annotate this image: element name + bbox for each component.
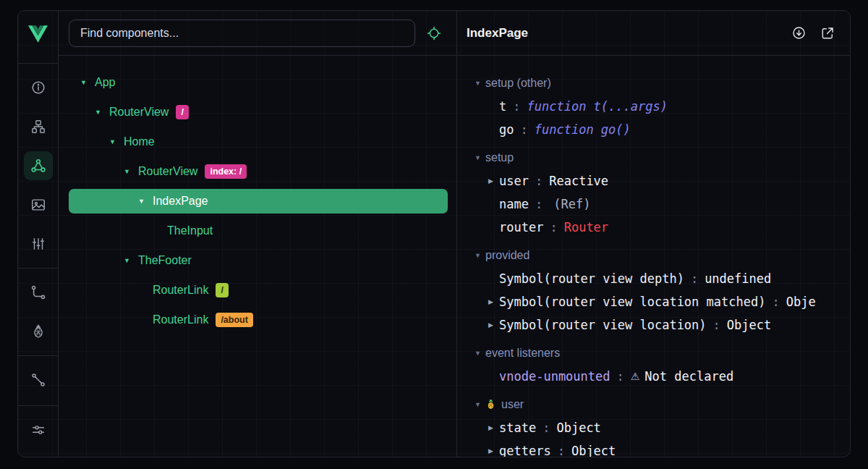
expand-toggle-icon[interactable]: ▼ <box>138 198 153 205</box>
settings-icon <box>30 422 46 438</box>
expand-toggle-icon[interactable]: ▼ <box>109 138 124 145</box>
collapse-toggle-icon[interactable]: ▼ <box>475 154 485 161</box>
vue-logo <box>28 17 48 51</box>
section-header-provided[interactable]: ▼provided <box>457 243 850 267</box>
info-icon <box>30 80 46 96</box>
open-in-editor-icon <box>820 26 835 41</box>
property-row-go[interactable]: go:function go() <box>457 118 850 141</box>
property-value: function go() <box>535 122 631 137</box>
property-key: getters <box>499 444 551 457</box>
property-key: state <box>499 421 536 435</box>
property-key: router <box>499 220 543 234</box>
property-key: user <box>499 174 529 188</box>
section-title: setup (other) <box>485 77 551 90</box>
sidebar-tab-pipeline[interactable] <box>24 366 53 394</box>
expand-toggle-icon[interactable]: ▶ <box>488 298 499 305</box>
inspector-header: IndexPage <box>457 11 850 56</box>
section-title: user <box>501 398 524 411</box>
component-name: TheInput <box>167 224 213 237</box>
sliders-icon <box>30 236 46 252</box>
tree-row-app[interactable]: ▼App <box>69 70 448 95</box>
open-in-editor-button[interactable] <box>818 24 837 43</box>
colon-separator: : <box>542 421 550 435</box>
property-value: function t(...args) <box>527 99 668 114</box>
property-value: Object <box>727 318 771 332</box>
scroll-to-component-icon <box>791 25 807 41</box>
iconbar-divider <box>18 355 58 356</box>
property-row-getters[interactable]: ▶getters:Object <box>457 439 850 457</box>
router-icon <box>30 284 46 300</box>
collapse-toggle-icon[interactable]: ▼ <box>475 350 485 357</box>
search-input[interactable] <box>79 26 405 41</box>
scroll-to-component-button[interactable] <box>789 24 808 43</box>
section-header-user[interactable]: ▼user <box>457 392 850 416</box>
route-badge: /about <box>216 313 253 326</box>
sidebar-tab-settings[interactable] <box>24 415 53 444</box>
tree-row-thefooter[interactable]: ▼TheFooter <box>69 248 448 273</box>
colon-separator: : <box>558 444 565 457</box>
section-header-setup[interactable]: ▼setup <box>457 145 850 169</box>
sidebar-tab-component-tree[interactable] <box>24 112 53 141</box>
sidebar-tab-pinia[interactable] <box>24 317 53 346</box>
expand-toggle-icon[interactable]: ▼ <box>124 257 138 264</box>
iconbar-divider <box>18 268 58 269</box>
inspector-panel: IndexPage ▼setup (other)t:function t(...… <box>457 11 850 457</box>
component-picker-button[interactable] <box>422 21 446 46</box>
colon-separator: : <box>535 174 542 188</box>
expand-toggle-icon[interactable]: ▶ <box>488 447 499 455</box>
property-row-router[interactable]: router:Router <box>457 216 850 239</box>
property-key: vnode-unmounted <box>499 369 610 384</box>
expand-toggle-icon[interactable]: ▼ <box>124 168 138 175</box>
property-value: Object <box>571 444 616 457</box>
expand-toggle-icon[interactable]: ▼ <box>95 109 109 116</box>
sidebar-tab-assets[interactable] <box>24 190 53 219</box>
component-name: App <box>95 76 115 89</box>
route-badge: / <box>216 283 228 297</box>
tree-row-routerlink[interactable]: RouterLink/about <box>69 308 448 332</box>
component-tree: ▼App▼RouterView/▼Home▼RouterViewindex: /… <box>59 56 456 457</box>
property-value: Obje <box>786 295 816 309</box>
colon-separator: : <box>550 220 557 234</box>
warning-icon: ⚠ <box>631 371 640 382</box>
property-row-user[interactable]: ▶user:Reactive <box>457 169 850 193</box>
pinia-icon <box>485 399 496 410</box>
tree-row-routerview[interactable]: ▼RouterViewindex: / <box>69 159 448 184</box>
section-header-event-listeners[interactable]: ▼event listeners <box>457 341 850 365</box>
expand-toggle-icon[interactable]: ▶ <box>488 321 499 329</box>
sidebar-tab-router[interactable] <box>24 278 53 307</box>
colon-separator: : <box>535 197 542 211</box>
collapse-toggle-icon[interactable]: ▼ <box>475 401 485 408</box>
sidebar-tab-sliders[interactable] <box>24 229 53 258</box>
component-name: RouterView <box>138 165 197 178</box>
property-key: go <box>499 122 514 137</box>
sidebar-tab-components[interactable] <box>24 151 53 180</box>
expand-toggle-icon[interactable]: ▶ <box>488 424 499 431</box>
collapse-toggle-icon[interactable]: ▼ <box>475 80 485 87</box>
property-row-symbol-router-view-depth[interactable]: Symbol(router view depth):undefined <box>457 267 850 290</box>
property-row-symbol-router-view-location-matched[interactable]: ▶Symbol(router view location matched):Ob… <box>457 290 850 313</box>
colon-separator: : <box>691 271 698 286</box>
property-row-name[interactable]: name:(Ref) <box>457 193 850 216</box>
components-nodes-icon <box>30 158 46 174</box>
property-row-t[interactable]: t:function t(...args) <box>457 95 850 118</box>
tree-row-home[interactable]: ▼Home <box>69 130 448 154</box>
tree-row-routerlink[interactable]: RouterLink/ <box>69 278 448 303</box>
assets-image-icon <box>30 197 46 213</box>
property-row-vnode-unmounted[interactable]: vnode-unmounted:⚠Not declared <box>457 365 850 388</box>
colon-separator: : <box>617 369 624 384</box>
sidebar-tab-info[interactable] <box>24 73 53 102</box>
tree-row-indexpage[interactable]: ▼IndexPage <box>69 189 448 214</box>
property-row-symbol-router-view-location[interactable]: ▶Symbol(router view location):Object <box>457 313 850 337</box>
section-header-setup-other[interactable]: ▼setup (other) <box>457 71 850 95</box>
vue-logo-icon <box>28 25 48 43</box>
collapse-toggle-icon[interactable]: ▼ <box>475 252 485 259</box>
property-row-state[interactable]: ▶state:Object <box>457 416 850 439</box>
iconbar-divider <box>18 405 58 406</box>
component-tree-icon <box>30 119 46 135</box>
tree-row-routerview[interactable]: ▼RouterView/ <box>69 100 448 124</box>
expand-toggle-icon[interactable]: ▼ <box>80 79 95 86</box>
expand-toggle-icon[interactable]: ▶ <box>488 177 499 185</box>
pinia-icon <box>30 324 46 339</box>
tree-row-theinput[interactable]: TheInput <box>69 219 448 243</box>
property-value: Router <box>564 220 608 234</box>
